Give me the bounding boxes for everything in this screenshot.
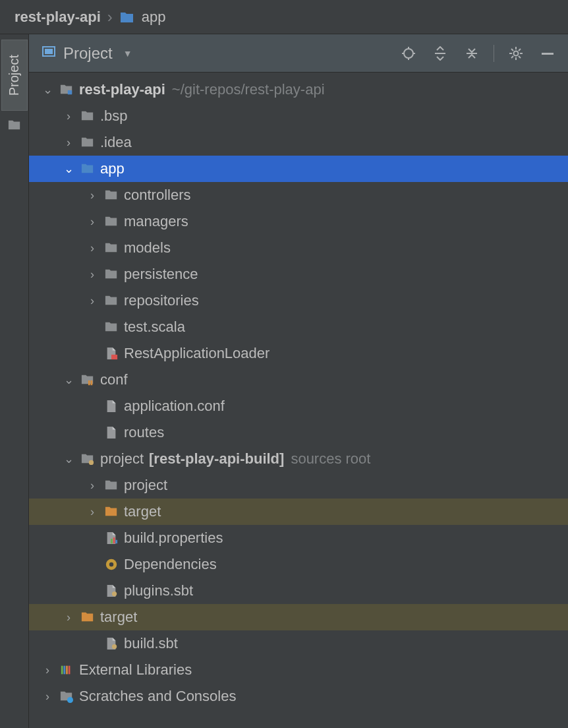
svg-point-35 [67, 697, 73, 703]
scratches-icon [57, 690, 76, 703]
folder-icon [119, 9, 135, 26]
tree-label: app [98, 160, 125, 177]
tree-label: project [121, 477, 167, 494]
tree-label: project [98, 450, 144, 468]
tree-node-target[interactable]: › target [29, 604, 568, 630]
svg-point-29 [112, 592, 117, 596]
module-icon [57, 83, 76, 96]
tool-window-header: Project ▼ [29, 34, 568, 73]
tree-node-idea[interactable]: › .idea [29, 129, 568, 156]
tree-node-plugins-sbt[interactable]: › plugins.sbt [29, 578, 568, 604]
tree-label: target [98, 609, 137, 626]
tree-node-build-sbt[interactable]: › build.sbt [29, 630, 568, 657]
tree-node-routes[interactable]: › routes [29, 419, 568, 446]
tree-label: target [121, 503, 161, 520]
locate-icon[interactable] [396, 41, 421, 66]
chevron-down-icon[interactable]: ⌄ [59, 452, 78, 466]
chevron-right-icon[interactable]: › [83, 189, 101, 202]
tree-node-project-inner[interactable]: › project [29, 472, 568, 499]
scala-file-icon [101, 347, 121, 360]
excluded-folder-icon [101, 505, 121, 518]
project-tree[interactable]: ⌄ rest-play-api ~/git-repos/rest-play-ap… [29, 73, 568, 728]
tree-node-test-scala[interactable]: › test.scala [29, 314, 568, 340]
svg-rect-20 [111, 355, 117, 359]
tree-label: build.properties [121, 530, 223, 547]
gutter-tab-project[interactable]: Project [1, 40, 28, 111]
folder-icon [101, 268, 121, 281]
tree-node-scratches[interactable]: › Scratches and Consoles [29, 683, 568, 710]
chevron-right-icon[interactable]: › [83, 505, 101, 519]
tree-label: routes [121, 424, 164, 441]
divider [494, 45, 494, 62]
gear-icon[interactable] [503, 41, 528, 66]
tree-node-managers[interactable]: › managers [29, 208, 568, 235]
folder-icon [101, 241, 121, 255]
chevron-right-icon[interactable]: › [83, 294, 101, 308]
chevron-right-icon[interactable]: › [83, 241, 101, 255]
svg-rect-21 [88, 380, 90, 385]
tree-node-conf[interactable]: ⌄ conf [29, 367, 568, 393]
svg-point-23 [89, 460, 94, 465]
tree-label: application.conf [121, 398, 225, 415]
chevron-right-icon[interactable]: › [83, 479, 101, 493]
collapse-all-icon[interactable] [459, 41, 484, 66]
tree-label: rest-play-api [76, 81, 165, 98]
folder-icon [101, 215, 121, 228]
chevron-right-icon[interactable]: › [59, 136, 78, 150]
tree-node-project[interactable]: ⌄ project [rest-play-api-build] sources … [29, 446, 568, 472]
chevron-down-icon[interactable]: ⌄ [38, 82, 57, 97]
hide-icon[interactable] [535, 41, 560, 66]
breadcrumb-root[interactable]: rest-play-api [14, 9, 101, 26]
tree-label: models [121, 239, 171, 257]
folder-icon [101, 189, 121, 202]
gutter-tab-label: Project [7, 55, 22, 96]
tree-node-root[interactable]: ⌄ rest-play-api ~/git-repos/rest-play-ap… [29, 76, 568, 103]
chevron-down-icon[interactable]: ▼ [123, 48, 132, 59]
chevron-right-icon[interactable]: › [83, 215, 101, 229]
chevron-down-icon[interactable]: ⌄ [59, 162, 78, 176]
chevron-right-icon[interactable]: › [59, 109, 78, 123]
tree-label: persistence [121, 266, 198, 283]
tree-node-persistence[interactable]: › persistence [29, 261, 568, 288]
tree-node-models[interactable]: › models [29, 235, 568, 261]
tree-node-rest-application-loader[interactable]: › RestApplicationLoader [29, 340, 568, 367]
chevron-right-icon[interactable]: › [38, 690, 57, 704]
tree-node-build-properties[interactable]: › build.properties [29, 525, 568, 551]
tree-node-app[interactable]: ⌄ app [29, 156, 568, 182]
tree-module: [rest-play-api-build] [144, 450, 284, 468]
svg-rect-18 [542, 53, 554, 55]
libraries-icon [57, 663, 76, 677]
chevron-right-icon[interactable]: › [83, 268, 101, 282]
tree-path: ~/git-repos/rest-play-api [165, 81, 325, 98]
folder-icon [78, 136, 98, 149]
file-icon [101, 400, 121, 413]
chevron-right-icon[interactable]: › [38, 663, 57, 677]
tree-label: Scratches and Consoles [76, 688, 236, 705]
folder-icon [101, 320, 121, 334]
svg-point-2 [404, 49, 413, 58]
chevron-right-icon[interactable]: › [59, 611, 78, 624]
tree-label: plugins.sbt [121, 582, 193, 599]
breadcrumb-current[interactable]: app [142, 9, 166, 26]
tree-node-application-conf[interactable]: › application.conf [29, 393, 568, 419]
tree-node-controllers[interactable]: › controllers [29, 182, 568, 208]
resources-folder-icon [78, 373, 98, 386]
sbt-folder-icon [78, 452, 98, 466]
tree-node-project-target[interactable]: › target [29, 499, 568, 525]
sbt-file-icon [101, 637, 121, 650]
tree-node-repositories[interactable]: › repositories [29, 288, 568, 314]
svg-point-9 [514, 51, 519, 55]
tool-window-title[interactable]: Project [63, 44, 113, 63]
tree-node-external-libraries[interactable]: › External Libraries [29, 657, 568, 683]
tree-node-dependencies[interactable]: › Dependencies [29, 551, 568, 578]
tree-label: repositories [121, 292, 199, 309]
svg-rect-34 [69, 666, 71, 675]
chevron-down-icon[interactable]: ⌄ [59, 373, 78, 387]
svg-line-17 [519, 49, 521, 51]
excluded-folder-icon [78, 611, 98, 624]
tree-node-bsp[interactable]: › .bsp [29, 103, 568, 129]
svg-rect-19 [68, 90, 72, 94]
svg-line-16 [511, 56, 513, 58]
expand-all-icon[interactable] [428, 41, 453, 66]
folder-icon[interactable] [7, 119, 22, 136]
